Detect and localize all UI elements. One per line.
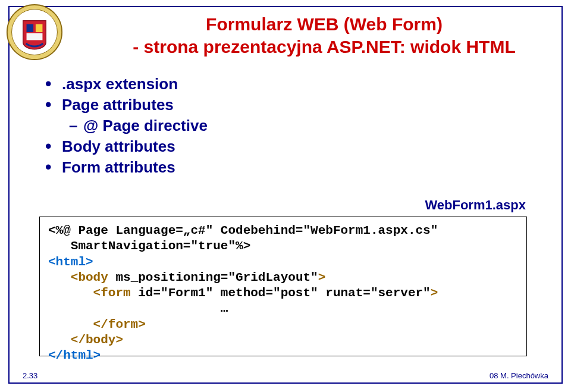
code-l7: </form> [48,318,146,331]
code-l5b: <form [48,286,131,300]
bullet-body-attributes: Body attributes [45,136,208,157]
university-crest-icon [6,4,63,61]
code-l1: <%@ Page Language=„c#" Codebehind="WebFo… [48,224,438,237]
code-l4b: <body [48,271,108,284]
title-line-2: - strona prezentacyjna ASP.NET: widok HT… [133,37,515,57]
filename-label: WebForm1.aspx [425,197,526,213]
code-l8: </body> [48,333,123,347]
slide-author: 08 M. Piechówka [490,371,548,380]
code-l4c: ms_positioning="GridLayout" [108,271,318,284]
slide-title: Formularz WEB (Web Form) - strona prezen… [111,13,538,58]
bullet-list: .aspx extension Page attributes @ Page d… [45,74,208,178]
slide-frame: Formularz WEB (Web Form) - strona prezen… [8,6,563,384]
code-l4d: > [318,271,326,284]
bullet-aspx-extension: .aspx extension [45,74,208,95]
code-l5d: > [431,286,438,300]
svg-rect-4 [27,33,43,40]
code-content: <%@ Page Language=„c#" Codebehind="WebFo… [40,217,526,369]
svg-rect-3 [36,24,43,32]
code-box: <%@ Page Language=„c#" Codebehind="WebFo… [39,217,527,356]
bullet-form-attributes: Form attributes [45,157,208,178]
subbullet-page-directive: @ Page directive [69,115,208,136]
title-line-1: Formularz WEB (Web Form) [206,14,443,34]
code-l6: … [48,302,228,315]
code-l9: </html> [48,349,101,362]
bullet-page-attributes: Page attributes [45,95,208,115]
code-l3: <html> [48,255,93,269]
svg-rect-2 [27,24,34,32]
code-l2: SmartNavigation="true"%> [48,239,250,253]
slide: Formularz WEB (Web Form) - strona prezen… [0,0,571,392]
slide-number: 2.33 [23,371,37,380]
code-l5c: id="Form1" method="post" runat="server" [131,286,431,300]
